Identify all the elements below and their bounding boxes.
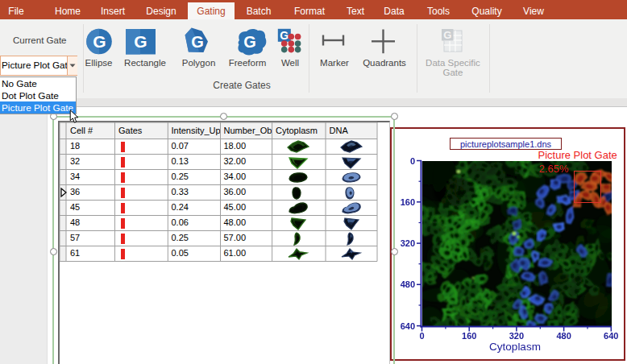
svg-text:160: 160 xyxy=(462,331,476,341)
svg-text:0: 0 xyxy=(410,156,415,166)
svg-text:480: 480 xyxy=(556,331,571,341)
svg-text:160: 160 xyxy=(401,197,415,207)
svg-text:0: 0 xyxy=(419,331,424,341)
svg-text:Cytoplasm: Cytoplasm xyxy=(489,341,541,353)
svg-text:640: 640 xyxy=(604,331,618,341)
svg-text:480: 480 xyxy=(401,279,415,289)
svg-text:640: 640 xyxy=(401,321,415,331)
svg-text:320: 320 xyxy=(509,331,524,341)
svg-text:320: 320 xyxy=(401,238,415,248)
